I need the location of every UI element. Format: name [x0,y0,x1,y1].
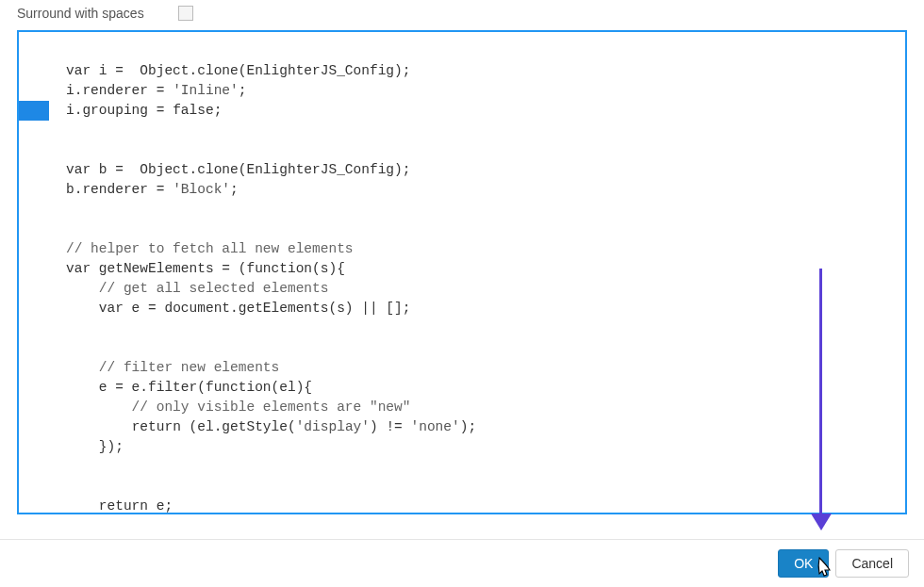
code-line [36,318,905,338]
code-line: // only visible elements are "new" [36,398,410,417]
selection-marker [19,101,49,121]
code-line-selected: i.grouping = false; [36,101,222,121]
surround-spaces-checkbox[interactable] [178,6,193,21]
code-line: e = e.filter(function(el){ [36,378,312,398]
code-line: return (el.getStyle('display') != 'none'… [36,417,476,437]
code-line: // filter new elements [36,358,279,378]
code-line: return e; [36,497,173,514]
option-row: Surround with spaces [0,0,924,30]
ok-button[interactable]: OK [778,549,829,578]
cancel-button[interactable]: Cancel [835,549,909,578]
code-line [36,457,905,477]
button-bar: OK Cancel [0,539,924,587]
code-line: i.renderer = 'Inline'; [36,81,246,101]
option-label: Surround with spaces [17,6,144,21]
code-line: }); [36,437,124,457]
code-line: var i = Object.clone(EnlighterJS_Config)… [36,61,410,81]
code-line [36,121,905,140]
code-editor[interactable]: var i = Object.clone(EnlighterJS_Config)… [17,30,907,514]
code-line: var getNewElements = (function(s){ [36,259,345,279]
code-line [36,200,905,220]
code-line: b.renderer = 'Block'; [36,180,239,200]
code-line: var b = Object.clone(EnlighterJS_Config)… [36,160,410,180]
code-line: // helper to fetch all new elements [36,239,354,259]
code-line: // get all selected elements [36,279,328,299]
code-line: var e = document.getElements(s) || []; [36,299,410,318]
